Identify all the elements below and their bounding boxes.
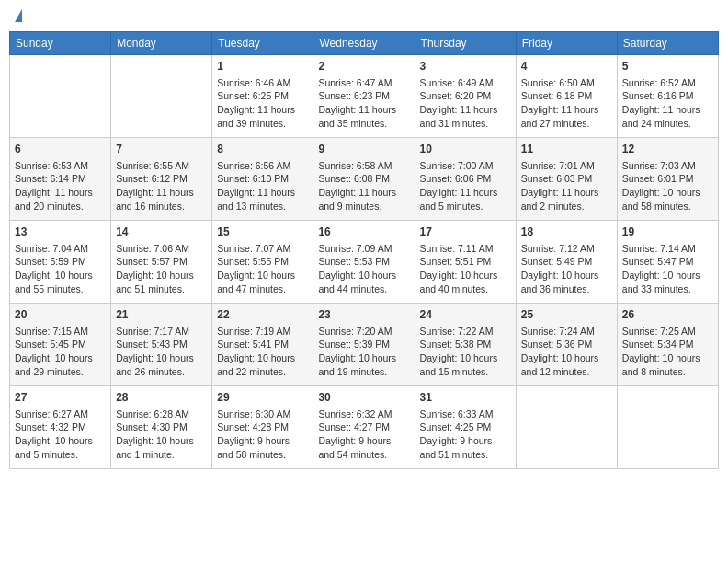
day-number: 16 bbox=[318, 224, 409, 240]
day-number: 15 bbox=[217, 224, 308, 240]
calendar-week-row: 27Sunrise: 6:27 AM Sunset: 4:32 PM Dayli… bbox=[10, 386, 719, 469]
calendar-cell: 15Sunrise: 7:07 AM Sunset: 5:55 PM Dayli… bbox=[212, 221, 313, 304]
calendar-cell: 28Sunrise: 6:28 AM Sunset: 4:30 PM Dayli… bbox=[111, 386, 212, 469]
day-info: Sunrise: 6:33 AM Sunset: 4:25 PM Dayligh… bbox=[420, 408, 511, 462]
day-number: 12 bbox=[622, 142, 713, 157]
calendar-cell: 3Sunrise: 6:49 AM Sunset: 6:20 PM Daylig… bbox=[415, 55, 516, 138]
day-info: Sunrise: 7:24 AM Sunset: 5:36 PM Dayligh… bbox=[521, 325, 612, 379]
day-info: Sunrise: 7:22 AM Sunset: 5:38 PM Dayligh… bbox=[420, 325, 511, 379]
day-info: Sunrise: 6:46 AM Sunset: 6:25 PM Dayligh… bbox=[217, 76, 308, 131]
column-header-wednesday: Wednesday bbox=[313, 32, 415, 55]
day-number: 23 bbox=[318, 307, 409, 323]
day-info: Sunrise: 6:52 AM Sunset: 6:16 PM Dayligh… bbox=[622, 76, 713, 131]
column-header-friday: Friday bbox=[516, 32, 617, 55]
logo bbox=[13, 9, 22, 24]
day-info: Sunrise: 7:20 AM Sunset: 5:39 PM Dayligh… bbox=[318, 325, 409, 379]
calendar-cell: 10Sunrise: 7:00 AM Sunset: 6:06 PM Dayli… bbox=[415, 138, 516, 221]
day-info: Sunrise: 6:55 AM Sunset: 6:12 PM Dayligh… bbox=[116, 159, 207, 213]
day-info: Sunrise: 7:09 AM Sunset: 5:53 PM Dayligh… bbox=[318, 242, 409, 296]
day-info: Sunrise: 7:03 AM Sunset: 6:01 PM Dayligh… bbox=[622, 159, 713, 213]
calendar-cell: 14Sunrise: 7:06 AM Sunset: 5:57 PM Dayli… bbox=[111, 221, 212, 304]
day-number: 1 bbox=[217, 59, 308, 75]
day-number: 6 bbox=[15, 142, 106, 157]
day-number: 8 bbox=[217, 142, 308, 157]
calendar-cell: 1Sunrise: 6:46 AM Sunset: 6:25 PM Daylig… bbox=[212, 55, 313, 138]
page-header bbox=[9, 9, 719, 24]
calendar-cell bbox=[10, 55, 111, 138]
day-number: 14 bbox=[116, 224, 207, 240]
day-number: 17 bbox=[420, 224, 511, 240]
calendar-cell bbox=[617, 386, 718, 469]
calendar-cell: 20Sunrise: 7:15 AM Sunset: 5:45 PM Dayli… bbox=[10, 304, 111, 386]
day-info: Sunrise: 7:11 AM Sunset: 5:51 PM Dayligh… bbox=[420, 242, 511, 296]
calendar-week-row: 6Sunrise: 6:53 AM Sunset: 6:14 PM Daylig… bbox=[10, 138, 719, 221]
day-info: Sunrise: 6:53 AM Sunset: 6:14 PM Dayligh… bbox=[15, 159, 106, 213]
day-number: 5 bbox=[622, 59, 713, 75]
calendar-table: SundayMondayTuesdayWednesdayThursdayFrid… bbox=[9, 31, 719, 469]
day-info: Sunrise: 6:50 AM Sunset: 6:18 PM Dayligh… bbox=[521, 76, 612, 131]
day-info: Sunrise: 7:04 AM Sunset: 5:59 PM Dayligh… bbox=[15, 242, 106, 296]
day-number: 7 bbox=[116, 142, 207, 157]
calendar-cell: 25Sunrise: 7:24 AM Sunset: 5:36 PM Dayli… bbox=[516, 304, 617, 386]
day-info: Sunrise: 6:56 AM Sunset: 6:10 PM Dayligh… bbox=[217, 159, 308, 213]
day-number: 27 bbox=[15, 390, 106, 406]
day-info: Sunrise: 6:47 AM Sunset: 6:23 PM Dayligh… bbox=[318, 76, 409, 131]
day-number: 11 bbox=[521, 142, 612, 157]
calendar-cell: 13Sunrise: 7:04 AM Sunset: 5:59 PM Dayli… bbox=[10, 221, 111, 304]
calendar-cell: 21Sunrise: 7:17 AM Sunset: 5:43 PM Dayli… bbox=[111, 304, 212, 386]
column-header-monday: Monday bbox=[111, 32, 212, 55]
day-info: Sunrise: 6:27 AM Sunset: 4:32 PM Dayligh… bbox=[15, 408, 106, 462]
column-header-saturday: Saturday bbox=[617, 32, 718, 55]
calendar-cell: 18Sunrise: 7:12 AM Sunset: 5:49 PM Dayli… bbox=[516, 221, 617, 304]
calendar-cell: 30Sunrise: 6:32 AM Sunset: 4:27 PM Dayli… bbox=[313, 386, 415, 469]
calendar-header-row: SundayMondayTuesdayWednesdayThursdayFrid… bbox=[10, 32, 719, 55]
day-number: 20 bbox=[15, 307, 106, 323]
calendar-cell: 22Sunrise: 7:19 AM Sunset: 5:41 PM Dayli… bbox=[212, 304, 313, 386]
day-number: 19 bbox=[622, 224, 713, 240]
day-number: 29 bbox=[217, 390, 308, 406]
calendar-cell: 11Sunrise: 7:01 AM Sunset: 6:03 PM Dayli… bbox=[516, 138, 617, 221]
day-number: 22 bbox=[217, 307, 308, 323]
day-info: Sunrise: 6:58 AM Sunset: 6:08 PM Dayligh… bbox=[318, 159, 409, 213]
column-header-thursday: Thursday bbox=[415, 32, 516, 55]
calendar-week-row: 13Sunrise: 7:04 AM Sunset: 5:59 PM Dayli… bbox=[10, 221, 719, 304]
day-info: Sunrise: 7:19 AM Sunset: 5:41 PM Dayligh… bbox=[217, 325, 308, 379]
column-header-sunday: Sunday bbox=[10, 32, 111, 55]
day-info: Sunrise: 7:07 AM Sunset: 5:55 PM Dayligh… bbox=[217, 242, 308, 296]
calendar-cell: 5Sunrise: 6:52 AM Sunset: 6:16 PM Daylig… bbox=[617, 55, 718, 138]
calendar-cell: 23Sunrise: 7:20 AM Sunset: 5:39 PM Dayli… bbox=[313, 304, 415, 386]
day-info: Sunrise: 7:00 AM Sunset: 6:06 PM Dayligh… bbox=[420, 159, 511, 213]
calendar-cell: 27Sunrise: 6:27 AM Sunset: 4:32 PM Dayli… bbox=[10, 386, 111, 469]
calendar-week-row: 20Sunrise: 7:15 AM Sunset: 5:45 PM Dayli… bbox=[10, 304, 719, 386]
calendar-cell: 24Sunrise: 7:22 AM Sunset: 5:38 PM Dayli… bbox=[415, 304, 516, 386]
day-number: 13 bbox=[15, 224, 106, 240]
day-number: 25 bbox=[521, 307, 612, 323]
day-number: 26 bbox=[622, 307, 713, 323]
day-number: 10 bbox=[420, 142, 511, 157]
calendar-cell: 8Sunrise: 6:56 AM Sunset: 6:10 PM Daylig… bbox=[212, 138, 313, 221]
calendar-cell: 26Sunrise: 7:25 AM Sunset: 5:34 PM Dayli… bbox=[617, 304, 718, 386]
calendar-cell: 31Sunrise: 6:33 AM Sunset: 4:25 PM Dayli… bbox=[415, 386, 516, 469]
day-info: Sunrise: 7:25 AM Sunset: 5:34 PM Dayligh… bbox=[622, 325, 713, 379]
day-number: 2 bbox=[318, 59, 409, 75]
day-info: Sunrise: 7:12 AM Sunset: 5:49 PM Dayligh… bbox=[521, 242, 612, 296]
day-number: 24 bbox=[420, 307, 511, 323]
day-info: Sunrise: 6:30 AM Sunset: 4:28 PM Dayligh… bbox=[217, 408, 308, 462]
calendar-cell: 19Sunrise: 7:14 AM Sunset: 5:47 PM Dayli… bbox=[617, 221, 718, 304]
calendar-cell bbox=[111, 55, 212, 138]
day-info: Sunrise: 6:32 AM Sunset: 4:27 PM Dayligh… bbox=[318, 408, 409, 462]
calendar-cell bbox=[516, 386, 617, 469]
day-number: 9 bbox=[318, 142, 409, 157]
calendar-week-row: 1Sunrise: 6:46 AM Sunset: 6:25 PM Daylig… bbox=[10, 55, 719, 138]
day-number: 4 bbox=[521, 59, 612, 75]
calendar-cell: 7Sunrise: 6:55 AM Sunset: 6:12 PM Daylig… bbox=[111, 138, 212, 221]
day-info: Sunrise: 7:15 AM Sunset: 5:45 PM Dayligh… bbox=[15, 325, 106, 379]
day-number: 31 bbox=[420, 390, 511, 406]
calendar-cell: 6Sunrise: 6:53 AM Sunset: 6:14 PM Daylig… bbox=[10, 138, 111, 221]
calendar-cell: 2Sunrise: 6:47 AM Sunset: 6:23 PM Daylig… bbox=[313, 55, 415, 138]
day-number: 18 bbox=[521, 224, 612, 240]
calendar-cell: 29Sunrise: 6:30 AM Sunset: 4:28 PM Dayli… bbox=[212, 386, 313, 469]
day-info: Sunrise: 6:49 AM Sunset: 6:20 PM Dayligh… bbox=[420, 76, 511, 131]
calendar-cell: 12Sunrise: 7:03 AM Sunset: 6:01 PM Dayli… bbox=[617, 138, 718, 221]
calendar-cell: 16Sunrise: 7:09 AM Sunset: 5:53 PM Dayli… bbox=[313, 221, 415, 304]
